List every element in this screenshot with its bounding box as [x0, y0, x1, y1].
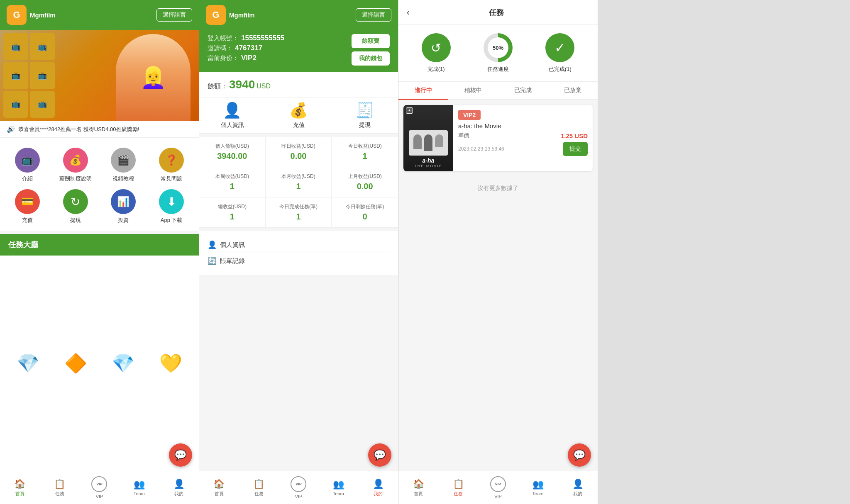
nav-mine-p2[interactable]: 👤 我的	[358, 471, 398, 504]
chat-float-button-p3[interactable]: 💬	[568, 443, 591, 467]
submit-task-button[interactable]: 提交	[563, 142, 588, 156]
vip-circle-icon-p2: VIP	[291, 476, 306, 492]
tv-icon-3: 📺	[3, 62, 28, 89]
tab-in-progress[interactable]: 進行中	[398, 82, 448, 100]
withdraw-icon: ↻	[63, 189, 88, 214]
my-wallet-button[interactable]: 我的錢包	[352, 51, 390, 66]
icon-invest[interactable]: 📊 投資	[100, 186, 148, 227]
topup-action-icon: 💰	[289, 102, 308, 119]
icon-topup[interactable]: 💳 充值	[3, 186, 51, 227]
nav-vip-p1[interactable]: VIP VIP	[80, 471, 120, 504]
mine-icon-p2: 👤	[373, 479, 384, 489]
award-badge: ★	[406, 107, 413, 114]
icon-video[interactable]: 🎬 視頻教程	[100, 144, 148, 186]
invite-label: 邀請碼：	[208, 44, 232, 52]
nav-home-p2[interactable]: 🏠 首頁	[199, 471, 239, 504]
nav-team-label: Team	[134, 491, 145, 496]
account-top-row: 登入帳號： 15555555555 邀請碼： 4767317 當前身份： VIP…	[208, 34, 390, 66]
stat-week-value: 1	[230, 182, 234, 191]
diamond-blue-icon: 💎	[112, 353, 134, 374]
icon-faq[interactable]: ❓ 常見問題	[147, 144, 195, 186]
p3-header: ‹ 任務	[398, 0, 598, 25]
lang-select-button-p2[interactable]: 選擇語言	[356, 8, 391, 22]
vip-circle-icon-p3: VIP	[490, 476, 506, 492]
invest-label: 投資	[118, 217, 129, 224]
action-withdraw[interactable]: 🧾 提現	[332, 102, 398, 129]
nav-mission-p3[interactable]: 📋 任務	[438, 471, 478, 504]
nav-home-label-p2: 首頁	[215, 491, 224, 497]
nav-team-p1[interactable]: 👥 Team	[119, 471, 159, 504]
nav-home-label-p3: 首頁	[414, 491, 423, 497]
mission-icon: 📋	[54, 479, 65, 489]
appdown-icon: ⬇	[159, 189, 184, 214]
action-personal[interactable]: 👤 個人資訊	[199, 102, 266, 129]
nav-mine-label-p2: 我的	[374, 491, 383, 497]
no-more-data-text: 沒有更多數據了	[398, 176, 598, 200]
nav-team-label-p3: Team	[532, 491, 544, 496]
personal-info-row[interactable]: 👤 個人資訊	[208, 237, 390, 253]
nav-mine-p3[interactable]: 👤 我的	[558, 471, 598, 504]
login-label: 登入帳號：	[208, 34, 239, 42]
task-progress-item: 50% 任務進度	[484, 33, 513, 73]
nav-mission-label-p3: 任務	[454, 491, 463, 497]
lang-select-button[interactable]: 選擇語言	[156, 8, 192, 22]
stat-last-month-value: 0.00	[357, 182, 373, 191]
stat-today: 今日收益(USD) 1	[332, 137, 398, 167]
icon-appdown[interactable]: ⬇ App 下載	[147, 186, 195, 227]
stat-total: 總收益(USD) 1	[199, 197, 266, 228]
diamond-silver[interactable]: 💎	[17, 353, 39, 374]
diamond-blue[interactable]: 💎	[112, 353, 134, 374]
stat-week-label: 本周收益(USD)	[215, 173, 249, 180]
completed-1-label: 完成(1)	[427, 66, 445, 73]
nav-team-p3[interactable]: 👥 Team	[518, 471, 558, 504]
nav-mission-p2[interactable]: 📋 任務	[239, 471, 279, 504]
nav-home-p1[interactable]: 🏠 首頁	[0, 471, 40, 504]
diamond-gold[interactable]: 💛	[159, 353, 182, 374]
nav-mine-label-p3: 我的	[573, 491, 582, 497]
billing-section-icon: 🔄	[208, 256, 217, 265]
tv-icon-6: 📺	[30, 91, 55, 118]
nav-team-p2[interactable]: 👥 Team	[318, 471, 358, 504]
salary-label: 薪酬制度說明	[59, 175, 92, 183]
app-logo-icon-p2: G	[206, 5, 226, 25]
refresh-circle-icon: ↻	[422, 33, 451, 62]
diamond-red[interactable]: 🔶	[64, 353, 87, 374]
balance-wallet-button[interactable]: 餘額寶	[352, 34, 390, 48]
icon-salary[interactable]: 💰 薪酬制度說明	[51, 144, 100, 186]
nav-vip-p2[interactable]: VIP VIP	[279, 471, 319, 504]
nav-mine-p1[interactable]: 👤 我的	[159, 471, 199, 504]
chat-float-button-p1[interactable]: 💬	[169, 443, 192, 467]
date-row: 2023.02.23-13:59:46 提交	[458, 142, 588, 156]
nav-vip-p3[interactable]: VIP VIP	[478, 471, 518, 504]
tab-completed[interactable]: 已完成	[498, 82, 548, 100]
home-icon-p2: 🏠	[213, 479, 225, 489]
price-label: 單價	[458, 132, 469, 139]
stat-balance-label: 個人餘額(USD)	[215, 143, 249, 150]
stat-last-month-label: 上月收益(USD)	[348, 173, 382, 180]
notice-text: 恭喜會員****2842推薦一名 獲得USD4.00推廣獎勵!	[18, 126, 139, 133]
p1-header: G Mgmfilm 選擇語言	[0, 0, 199, 30]
nav-home-p3[interactable]: 🏠 首頁	[398, 471, 438, 504]
personal-action-label: 個人資訊	[221, 122, 244, 129]
tab-abandoned[interactable]: 已放棄	[548, 82, 598, 100]
back-button[interactable]: ‹	[407, 7, 410, 17]
icon-withdraw[interactable]: ↻ 提現	[51, 186, 100, 227]
billing-row[interactable]: 🔄 賬單記錄	[208, 253, 390, 269]
balance-amount: 3940	[229, 78, 255, 91]
tab-reviewing[interactable]: 稽核中	[448, 82, 498, 100]
tv-icon-2: 📺	[30, 33, 55, 60]
nav-mission-p1[interactable]: 📋 任務	[40, 471, 80, 504]
team-icon: 👥	[134, 479, 145, 490]
intro-icon: 📺	[15, 148, 40, 173]
stat-yesterday-value: 0.00	[291, 151, 307, 161]
personal-section: 👤 個人資訊 🔄 賬單記錄	[199, 231, 398, 275]
diamond-silver-icon: 💎	[17, 353, 39, 374]
icon-intro[interactable]: 📺 介紹	[3, 144, 51, 186]
banner-image: 📺 📺 📺 📺 📺 📺 👱‍♀️	[0, 30, 199, 121]
stat-yesterday-label: 昨日收益(USD)	[281, 143, 315, 150]
login-row: 登入帳號： 15555555555	[208, 34, 352, 42]
bottom-nav-p1: 🏠 首頁 📋 任務 VIP VIP 👥 Team 👤 我的	[0, 471, 199, 504]
task-progress-donut: 50%	[484, 33, 513, 62]
chat-float-button-p2[interactable]: 💬	[368, 443, 391, 467]
action-topup[interactable]: 💰 充值	[266, 102, 332, 129]
